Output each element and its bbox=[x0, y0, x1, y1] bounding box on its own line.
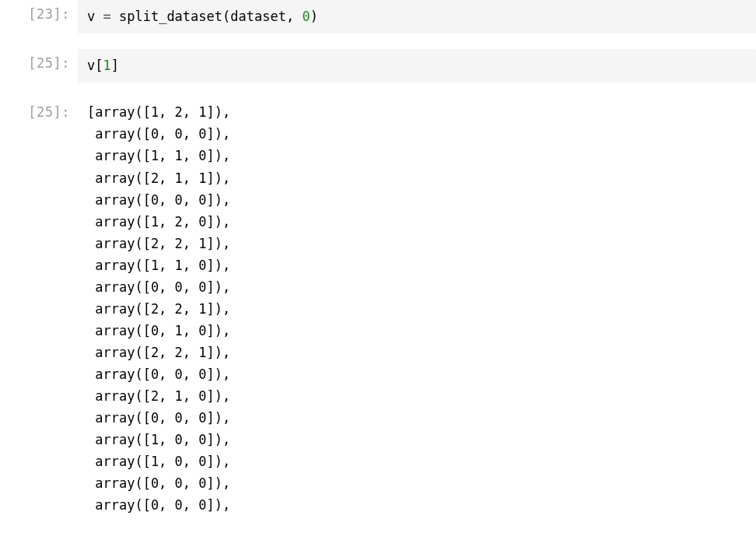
prompt-label: [25]: bbox=[0, 49, 78, 71]
code-line: v[1] bbox=[87, 58, 119, 73]
notebook: [23]: v = split_dataset(dataset, 0) [25]… bbox=[0, 0, 756, 516]
tok-number: 1 bbox=[103, 58, 111, 73]
prompt-label: [25]: bbox=[0, 98, 78, 120]
output-cell: [25]: [array([1, 2, 1]), array([0, 0, 0]… bbox=[0, 98, 756, 516]
tok-number: 0 bbox=[302, 9, 310, 24]
tok-function: split_dataset bbox=[119, 9, 222, 24]
code-input[interactable]: v = split_dataset(dataset, 0) bbox=[78, 0, 756, 33]
code-line: v = split_dataset(dataset, 0) bbox=[87, 9, 318, 24]
tok-bracket: ] bbox=[111, 58, 119, 73]
tok-variable: v bbox=[87, 9, 95, 24]
tok-assign: = bbox=[95, 9, 119, 24]
tok-variable: v bbox=[87, 58, 95, 73]
tok-bracket: [ bbox=[95, 58, 103, 73]
tok-comma: , bbox=[286, 9, 302, 24]
code-cell: [23]: v = split_dataset(dataset, 0) bbox=[0, 0, 756, 33]
tok-arg: dataset bbox=[230, 9, 286, 24]
code-cell: [25]: v[1] bbox=[0, 49, 756, 82]
code-output: [array([1, 2, 1]), array([0, 0, 0]), arr… bbox=[78, 98, 756, 516]
tok-paren: ( bbox=[222, 9, 230, 24]
prompt-label: [23]: bbox=[0, 0, 78, 22]
code-input[interactable]: v[1] bbox=[78, 49, 756, 82]
tok-paren: ) bbox=[310, 9, 318, 24]
